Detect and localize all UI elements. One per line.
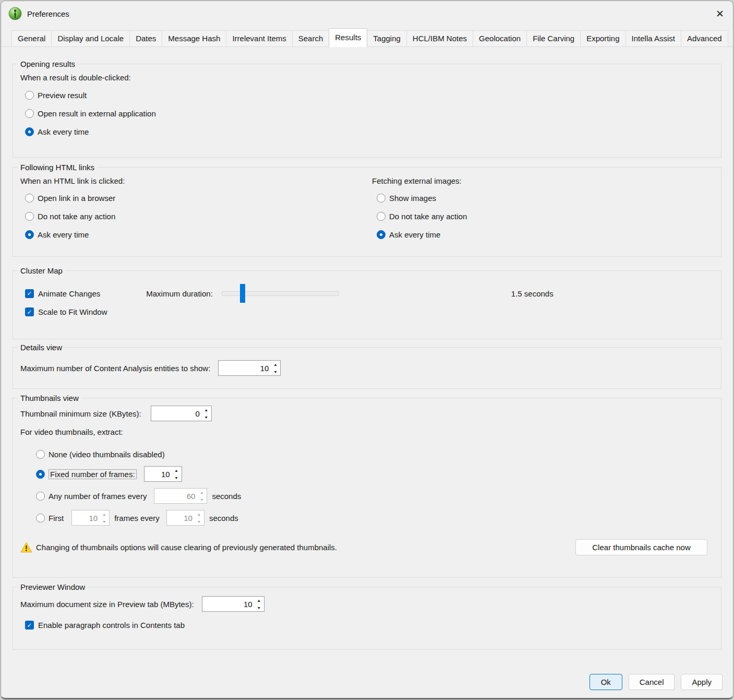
group-title: Cluster Map bbox=[18, 266, 65, 276]
radio-label: Open result in external application bbox=[38, 109, 156, 118]
no-action-images-option[interactable]: Do not take any action bbox=[377, 212, 467, 221]
spin-up-icon[interactable]: ▲ bbox=[254, 597, 264, 604]
spin-up-icon[interactable]: ▲ bbox=[201, 407, 211, 413]
spin-down-icon: ▼ bbox=[99, 518, 109, 525]
max-duration-slider[interactable] bbox=[222, 284, 339, 303]
tab-dates[interactable]: Dates bbox=[129, 30, 162, 46]
radio-unselected-icon[interactable] bbox=[377, 194, 386, 203]
open-link-browser-option[interactable]: Open link in a browser bbox=[25, 194, 372, 203]
thumbnail-min-size-label: Thumbnail minimum size (KBytes): bbox=[20, 409, 141, 418]
animate-changes-checkbox[interactable]: ✓ bbox=[25, 289, 34, 298]
seconds-suffix: seconds bbox=[209, 514, 238, 523]
fetching-images-prompt: Fetching external images: bbox=[372, 176, 467, 185]
spinner-value: 10 bbox=[167, 511, 194, 525]
spinner-value: 10 bbox=[72, 511, 99, 525]
radio-unselected-icon[interactable] bbox=[377, 212, 386, 221]
spin-down-icon[interactable]: ▼ bbox=[172, 474, 182, 481]
max-doc-size-spinner[interactable]: 10 ▲ ▼ bbox=[202, 596, 264, 612]
warning-icon bbox=[20, 542, 32, 553]
spinner-value[interactable]: 0 bbox=[151, 406, 201, 421]
open-external-option[interactable]: Open result in external application bbox=[25, 109, 714, 118]
radio-unselected-icon[interactable] bbox=[36, 514, 45, 523]
any-seconds-spinner: 60 ▲ ▼ bbox=[154, 488, 207, 504]
ask-every-time-option[interactable]: Ask every time bbox=[25, 127, 714, 136]
tab-file-carving[interactable]: File Carving bbox=[526, 30, 581, 46]
radio-label: Show images bbox=[389, 194, 436, 203]
spinner-value[interactable]: 10 bbox=[219, 361, 270, 375]
radio-selected-icon[interactable] bbox=[36, 470, 45, 479]
tab-search[interactable]: Search bbox=[292, 30, 330, 46]
spinner-value[interactable]: 10 bbox=[202, 597, 254, 611]
group-title: Details view bbox=[18, 342, 65, 353]
check-icon: ✓ bbox=[27, 309, 32, 316]
spin-down-icon: ▼ bbox=[197, 496, 207, 503]
radio-selected-icon[interactable] bbox=[377, 230, 386, 239]
none-option[interactable]: None (video thumbnails disabled) bbox=[36, 450, 714, 459]
scale-to-fit-label: Scale to Fit Window bbox=[38, 307, 107, 316]
any-frames-option[interactable]: Any number of frames every 60 ▲ ▼ second… bbox=[36, 488, 714, 504]
group-title: Opening results bbox=[18, 59, 78, 69]
window-title: Preferences bbox=[27, 9, 69, 18]
clear-thumbnails-cache-button[interactable]: Clear thumbnails cache now bbox=[575, 539, 707, 555]
spin-up-icon[interactable]: ▲ bbox=[270, 361, 280, 368]
slider-thumb[interactable] bbox=[240, 284, 245, 303]
radio-unselected-icon[interactable] bbox=[25, 109, 34, 118]
radio-unselected-icon[interactable] bbox=[25, 194, 34, 203]
tab-display-and-locale[interactable]: Display and Locale bbox=[51, 30, 130, 46]
cancel-button[interactable]: Cancel bbox=[629, 674, 675, 690]
spin-down-icon[interactable]: ▼ bbox=[201, 414, 211, 421]
tab-intella-assist[interactable]: Intella Assist bbox=[625, 30, 681, 46]
tab-exporting[interactable]: Exporting bbox=[580, 30, 625, 46]
close-icon[interactable]: ✕ bbox=[707, 4, 733, 23]
content-analysis-label: Maximum number of Content Analysis entit… bbox=[20, 364, 210, 373]
show-images-option[interactable]: Show images bbox=[377, 194, 467, 203]
radio-unselected-icon[interactable] bbox=[36, 492, 45, 501]
ask-link-option[interactable]: Ask every time bbox=[25, 230, 372, 239]
radio-label: None (video thumbnails disabled) bbox=[49, 450, 165, 459]
no-action-link-option[interactable]: Do not take any action bbox=[25, 212, 372, 221]
radio-unselected-icon[interactable] bbox=[36, 450, 45, 459]
radio-label: Do not take any action bbox=[38, 212, 115, 221]
entities-spinner[interactable]: 10 ▲ ▼ bbox=[218, 360, 281, 376]
paragraph-controls-checkbox[interactable]: ✓ bbox=[25, 621, 34, 630]
following-html-links-group: Following HTML links When an HTML link i… bbox=[13, 167, 721, 257]
check-icon: ✓ bbox=[27, 622, 32, 629]
tab-advanced[interactable]: Advanced bbox=[681, 30, 728, 46]
spin-up-icon: ▲ bbox=[194, 511, 204, 518]
tab-results[interactable]: Results bbox=[329, 28, 367, 47]
scale-to-fit-checkbox[interactable]: ✓ bbox=[25, 307, 34, 316]
spin-down-icon[interactable]: ▼ bbox=[254, 604, 264, 611]
max-doc-size-label: Maximum document size in Preview tab (MB… bbox=[20, 600, 194, 609]
animate-changes-label: Animate Changes bbox=[38, 289, 100, 298]
spin-down-icon: ▼ bbox=[194, 518, 204, 525]
details-view-group: Details view Maximum number of Content A… bbox=[13, 347, 721, 389]
preferences-dialog: Preferences ✕ General Display and Locale… bbox=[1, 1, 733, 699]
tab-irrelevant-items[interactable]: Irrelevant Items bbox=[226, 30, 292, 46]
paragraph-controls-label: Enable paragraph controls in Contents ta… bbox=[38, 621, 185, 630]
fixed-frames-spinner[interactable]: 10 ▲ ▼ bbox=[144, 466, 182, 482]
tab-general[interactable]: General bbox=[11, 30, 52, 46]
spin-up-icon[interactable]: ▲ bbox=[172, 467, 182, 474]
tab-message-hash[interactable]: Message Hash bbox=[162, 30, 226, 46]
radio-label: Fixed number of frames: bbox=[49, 469, 137, 479]
tab-tagging[interactable]: Tagging bbox=[367, 30, 407, 46]
spinner-value[interactable]: 10 bbox=[145, 467, 172, 481]
radio-selected-icon[interactable] bbox=[25, 127, 34, 136]
tab-geolocation[interactable]: Geolocation bbox=[473, 30, 527, 46]
tab-hcl-ibm-notes[interactable]: HCL/IBM Notes bbox=[406, 30, 473, 46]
ask-images-option[interactable]: Ask every time bbox=[377, 230, 467, 239]
radio-unselected-icon[interactable] bbox=[25, 212, 34, 221]
thumbnails-warning-text: Changing of thumbnails options will caus… bbox=[36, 543, 337, 552]
radio-unselected-icon[interactable] bbox=[25, 91, 34, 100]
fixed-frames-option[interactable]: Fixed number of frames: 10 ▲ ▼ bbox=[36, 466, 714, 482]
first-frames-option[interactable]: First 10 ▲ ▼ frames every 10 ▲ ▼ seconds bbox=[36, 510, 714, 526]
ok-button[interactable]: Ok bbox=[589, 674, 622, 690]
radio-label: Ask every time bbox=[38, 230, 89, 239]
spin-down-icon[interactable]: ▼ bbox=[270, 369, 280, 375]
slider-track[interactable] bbox=[222, 291, 339, 296]
min-size-spinner[interactable]: 0 ▲ ▼ bbox=[151, 406, 212, 421]
preview-result-option[interactable]: Preview result bbox=[25, 91, 714, 100]
apply-button[interactable]: Apply bbox=[681, 674, 723, 690]
radio-selected-icon[interactable] bbox=[25, 230, 34, 239]
video-thumbnails-prompt: For video thumbnails, extract: bbox=[20, 428, 714, 436]
